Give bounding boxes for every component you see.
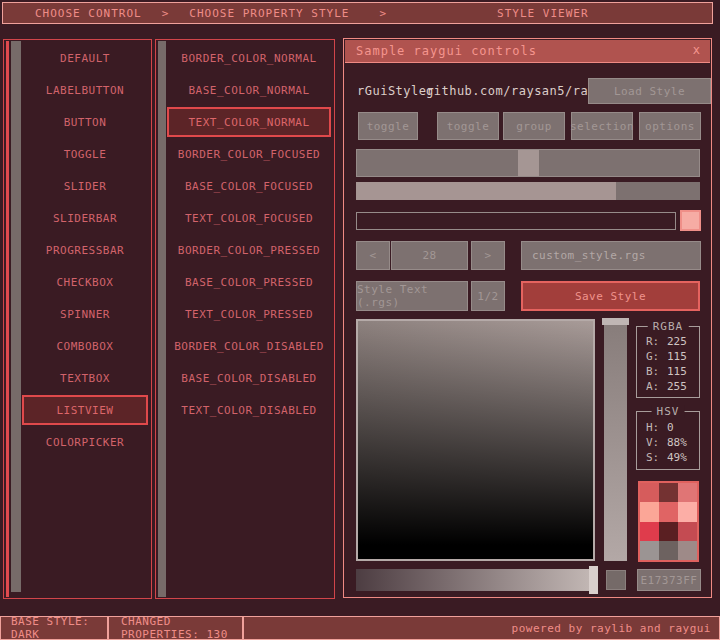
property-item-base_color_focused[interactable]: BASE_COLOR_FOCUSED [167,171,331,201]
color-swatch[interactable] [678,522,697,541]
hex-color-input[interactable]: E17373FF [637,569,701,591]
spinner-decrement-button[interactable]: < [356,241,390,270]
toggle-group-options[interactable]: options [639,112,701,140]
sample-window: Sample raygui controls x rGuiStyler gith… [343,38,712,598]
breadcrumb-separator-icon: > [379,7,387,20]
property-item-base_color_pressed[interactable]: BASE_COLOR_PRESSED [167,267,331,297]
slider-control[interactable] [356,149,700,177]
color-swatch[interactable] [640,522,659,541]
close-icon[interactable]: x [693,43,701,57]
breadcrumb-choose-control: CHOOSE CONTROL [35,7,142,20]
hsv-groupbox: HSV H:0V:88%S:49% [636,411,700,470]
filename-input[interactable]: custom_style.rgs [521,241,701,270]
window-title: Sample raygui controls [356,44,537,58]
control-item-default[interactable]: DEFAULT [22,43,148,73]
properties-scrollbar[interactable] [158,41,166,597]
color-swatch[interactable] [640,502,659,521]
slider-handle[interactable] [518,150,539,176]
property-item-border_color_normal[interactable]: BORDER_COLOR_NORMAL [167,43,331,73]
breadcrumb-separator-icon: > [162,7,170,20]
style-text-button[interactable]: Style Text (.rgs) [356,281,468,311]
load-style-button[interactable]: Load Style [588,78,711,104]
window-titlebar[interactable]: Sample raygui controls x [345,40,710,63]
breadcrumb-style-viewer: STYLE VIEWER [497,7,588,20]
control-item-combobox[interactable]: COMBOBOX [22,331,148,361]
control-item-slider[interactable]: SLIDER [22,171,148,201]
control-item-progressbar[interactable]: PROGRESSBAR [22,235,148,265]
listview-accent-bar [6,41,9,597]
control-item-labelbutton[interactable]: LABELBUTTON [22,75,148,105]
property-item-border_color_disabled[interactable]: BORDER_COLOR_DISABLED [167,331,331,361]
color-swatch[interactable] [659,483,678,502]
property-item-text_color_focused[interactable]: TEXT_COLOR_FOCUSED [167,203,331,233]
spinner-increment-button[interactable]: > [471,241,505,270]
color-swatch[interactable] [640,483,659,502]
toggle-button[interactable]: toggle [358,112,418,140]
brand-label: rGuiStyler [357,78,434,104]
color-swatch[interactable] [640,541,659,560]
toggle-group-toggle[interactable]: toggle [437,112,499,140]
color-swatch[interactable] [678,541,697,560]
property-item-text_color_disabled[interactable]: TEXT_COLOR_DISABLED [167,395,331,425]
value-row: A:255 [637,380,699,395]
status-changed-properties: CHANGED PROPERTIES: 130 [108,616,243,640]
color-swatch[interactable] [678,483,697,502]
control-item-toggle[interactable]: TOGGLE [22,139,148,169]
property-item-text_color_normal[interactable]: TEXT_COLOR_NORMAL [167,107,331,137]
control-item-spinner[interactable]: SPINNER [22,299,148,329]
controls-listview: DEFAULTLABELBUTTONBUTTONTOGGLESLIDERSLID… [3,39,152,599]
color-swatch[interactable] [659,522,678,541]
status-powered-by: powered by raylib and raygui [243,616,720,640]
status-base-style: BASE STYLE: DARK [0,616,108,640]
property-item-base_color_disabled[interactable]: BASE_COLOR_DISABLED [167,363,331,393]
page-toggle-button[interactable]: 1/2 [471,281,505,311]
color-picker-panel[interactable] [356,319,595,561]
rgba-title: RGBA [648,320,689,333]
color-swatch[interactable] [659,541,678,560]
save-style-button[interactable]: Save Style [521,281,700,311]
property-item-border_color_pressed[interactable]: BORDER_COLOR_PRESSED [167,235,331,265]
hue-bar[interactable] [604,319,627,561]
toggle-group-group[interactable]: group [503,112,565,140]
spinner-value[interactable]: 28 [391,241,468,270]
control-item-colorpicker[interactable]: COLORPICKER [22,427,148,457]
control-item-textbox[interactable]: TEXTBOX [22,363,148,393]
small-square-button[interactable] [606,570,626,590]
value-row: B:115 [637,365,699,380]
alpha-bar[interactable] [356,569,593,591]
color-swatch[interactable] [659,502,678,521]
property-item-base_color_normal[interactable]: BASE_COLOR_NORMAL [167,75,331,105]
color-swatch[interactable] [678,502,697,521]
breadcrumb-choose-property-style: CHOOSE PROPERTY STYLE [189,7,349,20]
color-checkbox[interactable] [680,210,701,231]
hsv-title: HSV [652,405,685,418]
progress-bar-fill [356,182,616,200]
property-item-text_color_pressed[interactable]: TEXT_COLOR_PRESSED [167,299,331,329]
alpha-bar-handle[interactable] [589,566,598,594]
rgba-groupbox: RGBA R:225G:115B:115A:255 [636,326,700,398]
control-item-button[interactable]: BUTTON [22,107,148,137]
text-input[interactable] [356,212,676,230]
value-row: R:225 [637,335,699,350]
breadcrumb: CHOOSE CONTROL > CHOOSE PROPERTY STYLE >… [2,2,713,24]
hue-bar-handle[interactable] [602,318,629,325]
progress-bar [356,182,700,200]
value-row: V:88% [637,436,699,451]
value-row: H:0 [637,421,699,436]
toggle-group-selection[interactable]: selection [571,112,633,140]
control-item-checkbox[interactable]: CHECKBOX [22,267,148,297]
properties-listview: BORDER_COLOR_NORMALBASE_COLOR_NORMALTEXT… [155,39,335,599]
property-item-border_color_focused[interactable]: BORDER_COLOR_FOCUSED [167,139,331,169]
controls-scrollbar[interactable] [11,41,21,592]
color-swatch-grid [638,481,699,562]
value-row: S:49% [637,451,699,466]
control-item-sliderbar[interactable]: SLIDERBAR [22,203,148,233]
value-row: G:115 [637,350,699,365]
control-item-listview[interactable]: LISTVIEW [22,395,148,425]
